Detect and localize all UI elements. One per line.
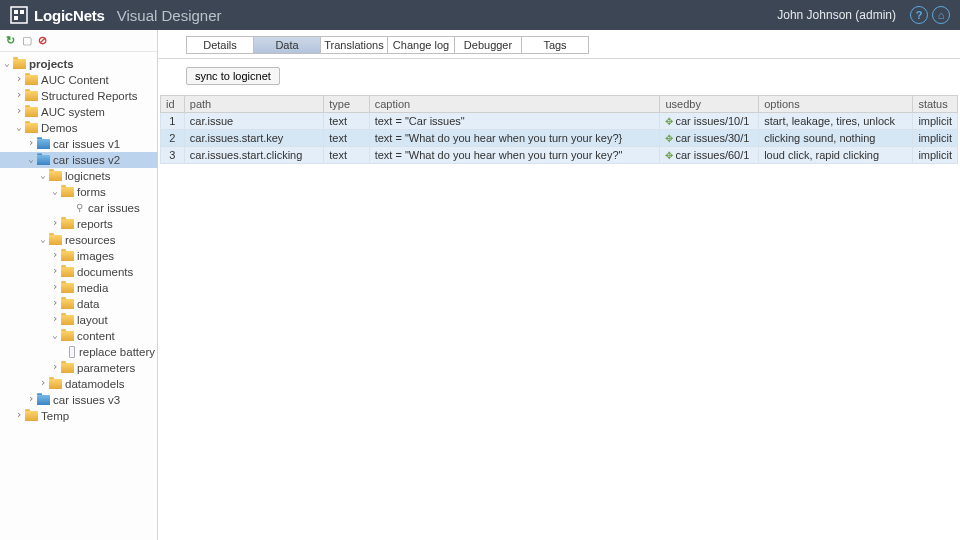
tree-item[interactable]: car issues v3 bbox=[0, 392, 157, 408]
chevron-right-icon[interactable] bbox=[14, 89, 24, 103]
cell-type: text bbox=[324, 130, 369, 147]
delete-icon[interactable]: ⊘ bbox=[36, 34, 49, 47]
folder-icon bbox=[61, 315, 74, 325]
tree-item[interactable]: resources bbox=[0, 232, 157, 248]
cell-caption: text = "What do you hear when you turn y… bbox=[369, 147, 660, 164]
tree-item-label: AUC system bbox=[41, 105, 105, 119]
folder-icon bbox=[61, 299, 74, 309]
col-status[interactable]: status bbox=[913, 96, 958, 113]
cell-id: 3 bbox=[161, 147, 185, 164]
chevron-down-icon[interactable] bbox=[50, 185, 60, 199]
chevron-right-icon[interactable] bbox=[14, 73, 24, 87]
chevron-right-icon[interactable] bbox=[50, 361, 60, 375]
folder-icon bbox=[49, 171, 62, 181]
cell-status: implicit bbox=[913, 113, 958, 130]
folder-icon bbox=[49, 235, 62, 245]
col-usedby[interactable]: usedby bbox=[660, 96, 759, 113]
tree-item-label: data bbox=[77, 297, 99, 311]
cell-type: text bbox=[324, 113, 369, 130]
chevron-right-icon[interactable] bbox=[50, 313, 60, 327]
cell-options: clicking sound, nothing bbox=[759, 130, 913, 147]
folder-icon bbox=[61, 219, 74, 229]
chevron-down-icon[interactable] bbox=[2, 57, 12, 71]
folder-icon bbox=[37, 139, 50, 149]
folder-icon bbox=[61, 363, 74, 373]
col-type[interactable]: type bbox=[324, 96, 369, 113]
tree-item[interactable]: replace battery bbox=[0, 344, 157, 360]
chevron-right-icon[interactable] bbox=[50, 297, 60, 311]
tree-item[interactable]: parameters bbox=[0, 360, 157, 376]
svg-rect-2 bbox=[20, 10, 24, 14]
help-icon[interactable]: ? bbox=[910, 6, 928, 24]
tree-item[interactable]: media bbox=[0, 280, 157, 296]
cell-usedby: ✥car issues/10/1 bbox=[660, 113, 759, 130]
chevron-down-icon[interactable] bbox=[50, 329, 60, 343]
sync-button[interactable]: sync to logicnet bbox=[186, 67, 280, 85]
brand-name: LogicNets bbox=[34, 7, 105, 24]
tree-item[interactable]: Demos bbox=[0, 120, 157, 136]
chevron-down-icon[interactable] bbox=[38, 233, 48, 247]
table-row[interactable]: 3car.issues.start.clickingtexttext = "Wh… bbox=[161, 147, 958, 164]
tree-item[interactable]: reports bbox=[0, 216, 157, 232]
tree-item-label: Temp bbox=[41, 409, 69, 423]
tree-item-label: content bbox=[77, 329, 115, 343]
tree-item[interactable]: layout bbox=[0, 312, 157, 328]
tree-item[interactable]: car issues v2 bbox=[0, 152, 157, 168]
folder-icon bbox=[61, 331, 74, 341]
chevron-right-icon[interactable] bbox=[50, 217, 60, 231]
cell-caption: text = "What do you hear when you turn y… bbox=[369, 130, 660, 147]
tree-item[interactable]: Structured Reports bbox=[0, 88, 157, 104]
tab-details[interactable]: Details bbox=[186, 36, 254, 54]
chevron-down-icon[interactable] bbox=[26, 153, 36, 167]
chevron-right-icon[interactable] bbox=[50, 249, 60, 263]
new-doc-icon[interactable]: ▢ bbox=[20, 34, 33, 47]
chevron-right-icon[interactable] bbox=[14, 409, 24, 423]
tree-item-label: Demos bbox=[41, 121, 77, 135]
tab-debugger[interactable]: Debugger bbox=[454, 36, 522, 54]
home-icon[interactable]: ⌂ bbox=[932, 6, 950, 24]
chevron-right-icon[interactable] bbox=[26, 393, 36, 407]
chevron-right-icon[interactable] bbox=[14, 105, 24, 119]
tree-item[interactable]: content bbox=[0, 328, 157, 344]
chevron-right-icon[interactable] bbox=[38, 377, 48, 391]
chevron-right-icon[interactable] bbox=[50, 281, 60, 295]
table-row[interactable]: 1car.issuetexttext = "Car issues"✥car is… bbox=[161, 113, 958, 130]
tab-tags[interactable]: Tags bbox=[521, 36, 589, 54]
folder-icon bbox=[13, 59, 26, 69]
brand-subtitle: Visual Designer bbox=[117, 7, 222, 24]
tree-item[interactable]: documents bbox=[0, 264, 157, 280]
tree-item[interactable]: data bbox=[0, 296, 157, 312]
tree-item[interactable]: logicnets bbox=[0, 168, 157, 184]
col-options[interactable]: options bbox=[759, 96, 913, 113]
tree-root[interactable]: projects bbox=[0, 56, 157, 72]
tab-data[interactable]: Data bbox=[253, 36, 321, 54]
col-path[interactable]: path bbox=[184, 96, 323, 113]
cell-path: car.issues.start.key bbox=[184, 130, 323, 147]
tree-item[interactable]: forms bbox=[0, 184, 157, 200]
tab-changelog[interactable]: Change log bbox=[387, 36, 455, 54]
chevron-down-icon[interactable] bbox=[38, 169, 48, 183]
refresh-icon[interactable]: ↻ bbox=[4, 34, 17, 47]
chevron-right-icon[interactable] bbox=[26, 137, 36, 151]
tree-item[interactable]: datamodels bbox=[0, 376, 157, 392]
item-icon: ⚲ bbox=[74, 202, 84, 214]
tree-item[interactable]: AUC system bbox=[0, 104, 157, 120]
tree-item[interactable]: ⚲car issues bbox=[0, 200, 157, 216]
chevron-right-icon[interactable] bbox=[50, 265, 60, 279]
tree-item-label: car issues v3 bbox=[53, 393, 120, 407]
col-caption[interactable]: caption bbox=[369, 96, 660, 113]
tree-item[interactable]: AUC Content bbox=[0, 72, 157, 88]
tree-item-label: media bbox=[77, 281, 108, 295]
tree-item-label: logicnets bbox=[65, 169, 110, 183]
svg-rect-1 bbox=[14, 10, 18, 14]
chevron-down-icon[interactable] bbox=[14, 121, 24, 135]
table-row[interactable]: 2car.issues.start.keytexttext = "What do… bbox=[161, 130, 958, 147]
tree-item[interactable]: images bbox=[0, 248, 157, 264]
content-tabs: Details Data Translations Change log Deb… bbox=[158, 30, 960, 59]
col-id[interactable]: id bbox=[161, 96, 185, 113]
tree-item[interactable]: Temp bbox=[0, 408, 157, 424]
tab-translations[interactable]: Translations bbox=[320, 36, 388, 54]
link-icon: ✥ bbox=[665, 133, 673, 144]
svg-rect-0 bbox=[11, 7, 27, 23]
tree-item[interactable]: car issues v1 bbox=[0, 136, 157, 152]
